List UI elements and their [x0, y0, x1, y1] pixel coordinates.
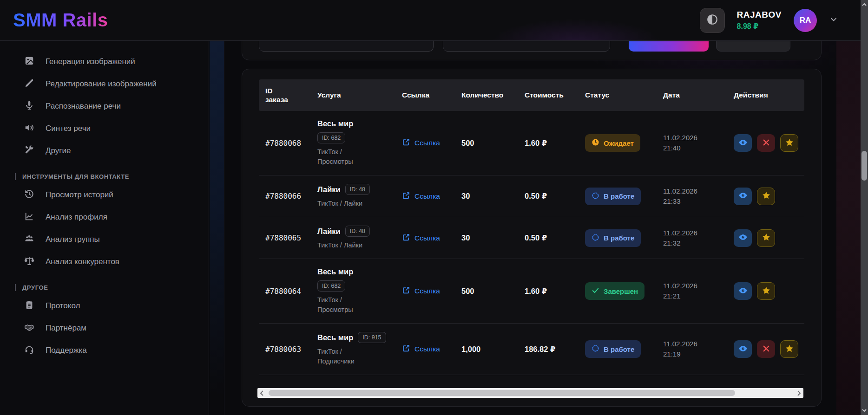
- spinner-icon: [592, 192, 599, 201]
- user-info: RAJABOV 8.98 ₽: [737, 10, 782, 31]
- filter-input-2[interactable]: [443, 41, 610, 52]
- star-icon: [762, 286, 771, 297]
- vertical-scrollbar[interactable]: [861, 0, 868, 415]
- horizontal-scrollbar[interactable]: [257, 388, 803, 398]
- order-quantity: 500: [461, 139, 525, 148]
- table-row: #7880063 Весь мир ID: 915 ТикТок / Подпи…: [259, 324, 804, 375]
- view-order-button[interactable]: [734, 188, 752, 205]
- eye-icon: [738, 344, 748, 355]
- star-icon: [785, 138, 794, 149]
- handshake-icon: [24, 322, 34, 335]
- row-actions: [734, 229, 804, 247]
- x-icon: [762, 138, 770, 148]
- scales-icon: [24, 256, 34, 268]
- order-date: 11.02.202621:32: [663, 228, 734, 248]
- avatar-initials: RA: [800, 16, 811, 25]
- order-id: #7880064: [265, 287, 317, 296]
- star-icon: [762, 191, 771, 201]
- service-cell: Лайки ID: 48 ТикТок / Лайки: [317, 226, 387, 250]
- spinner-icon: [592, 233, 599, 243]
- sidebar-item-profile-analysis[interactable]: Анализ профиля: [0, 206, 209, 228]
- scroll-right-icon[interactable]: [796, 390, 802, 396]
- order-date: 11.02.202621:19: [663, 339, 734, 359]
- service-title: Весь мир: [317, 333, 353, 342]
- sidebar-item-speech-synthesis[interactable]: Синтез речи: [0, 117, 209, 140]
- row-actions: [734, 282, 804, 300]
- eye-icon: [738, 233, 748, 243]
- sidebar-item-speech-recognition[interactable]: Распознавание речи: [0, 95, 209, 117]
- sidebar-item-image-editing[interactable]: Редактирование изображений: [0, 73, 209, 95]
- sidebar-item-label: Поддержка: [46, 346, 87, 355]
- order-date: 11.02.202621:40: [663, 133, 734, 153]
- order-link[interactable]: Ссылка: [402, 138, 440, 148]
- order-date: 11.02.202621:33: [663, 186, 734, 207]
- filter-panel: [242, 41, 822, 60]
- order-link[interactable]: Ссылка: [402, 191, 440, 201]
- clipboard-icon: [24, 300, 34, 312]
- favorite-order-button[interactable]: [780, 134, 798, 152]
- service-id-badge: ID: 682: [317, 132, 345, 143]
- scroll-up-icon[interactable]: [861, 2, 868, 7]
- favorite-order-button[interactable]: [757, 229, 775, 247]
- cancel-order-button[interactable]: [757, 134, 775, 152]
- service-cell: Весь мир ID: 682 ТикТок / Просмотры: [317, 267, 387, 315]
- favorite-order-button[interactable]: [757, 282, 775, 300]
- order-cost: 1.60 ₽: [525, 287, 585, 296]
- avatar[interactable]: RA: [794, 9, 817, 32]
- sidebar-item-label: Просмотр историй: [46, 190, 113, 200]
- view-order-button[interactable]: [734, 340, 752, 358]
- service-title: Весь мир: [317, 267, 353, 276]
- column-header-status: Статус: [585, 91, 663, 99]
- view-order-button[interactable]: [734, 134, 752, 152]
- user-name: RAJABOV: [737, 10, 782, 20]
- sidebar-section-other: ДРУГОЕ: [0, 284, 209, 291]
- view-order-button[interactable]: [734, 229, 752, 247]
- table-row: #7880064 Весь мир ID: 682 ТикТок / Просм…: [259, 259, 804, 324]
- sidebar-item-other-tools[interactable]: Другие: [0, 140, 209, 162]
- row-actions: [734, 134, 804, 152]
- app-logo[interactable]: SMM Rails: [13, 10, 108, 31]
- scroll-down-icon[interactable]: [861, 408, 868, 413]
- sidebar-item-protocol[interactable]: Протокол: [0, 295, 209, 317]
- order-date: 11.02.202621:21: [663, 281, 734, 301]
- order-id: #7880068: [265, 139, 317, 148]
- sidebar-item-image-generation[interactable]: Генерация изображений: [0, 51, 209, 73]
- sidebar-item-story-views[interactable]: Просмотр историй: [0, 184, 209, 206]
- status-badge: В работе: [585, 340, 641, 358]
- star-icon: [762, 233, 771, 243]
- service-subtitle: ТикТок / Подписчики: [317, 347, 375, 366]
- vertical-scrollbar-thumb[interactable]: [861, 151, 867, 181]
- sidebar-item-competitor-analysis[interactable]: Анализ конкурентов: [0, 251, 209, 273]
- order-quantity: 500: [461, 287, 525, 296]
- theme-toggle-button[interactable]: [700, 8, 725, 33]
- favorite-order-button[interactable]: [757, 188, 775, 205]
- chevron-down-icon[interactable]: [829, 15, 838, 26]
- sidebar-item-partners[interactable]: Партнёрам: [0, 317, 209, 339]
- scroll-left-icon[interactable]: [259, 390, 265, 396]
- horizontal-scrollbar-thumb[interactable]: [269, 390, 735, 396]
- filter-apply-button[interactable]: [629, 41, 709, 52]
- table-row: #7880066 Лайки ID: 48 ТикТок / Лайки Ссы…: [259, 175, 804, 217]
- contrast-icon: [706, 13, 718, 27]
- order-quantity: 1,000: [461, 345, 525, 354]
- sidebar-item-label: Генерация изображений: [46, 57, 135, 66]
- status-badge: Ожидает: [585, 134, 640, 152]
- view-order-button[interactable]: [734, 282, 752, 300]
- star-icon: [785, 344, 794, 355]
- favorite-order-button[interactable]: [780, 340, 798, 358]
- x-icon: [762, 344, 770, 354]
- column-header-date: Дата: [663, 91, 734, 99]
- microphone-icon: [24, 100, 34, 113]
- sidebar-item-support[interactable]: Поддержка: [0, 339, 209, 362]
- filter-input-1[interactable]: [259, 41, 434, 52]
- eye-icon: [738, 138, 748, 149]
- cancel-order-button[interactable]: [757, 340, 775, 358]
- table-header-row: ID заказа Услуга Ссылка Количество Стоим…: [259, 79, 804, 111]
- order-link[interactable]: Ссылка: [402, 286, 440, 296]
- filter-reset-button[interactable]: [716, 41, 790, 52]
- service-subtitle: ТикТок / Лайки: [317, 240, 375, 250]
- sidebar-item-group-analysis[interactable]: Анализ группы: [0, 228, 209, 251]
- order-link[interactable]: Ссылка: [402, 344, 440, 354]
- order-id: #7880063: [265, 345, 317, 354]
- order-link[interactable]: Ссылка: [402, 233, 440, 243]
